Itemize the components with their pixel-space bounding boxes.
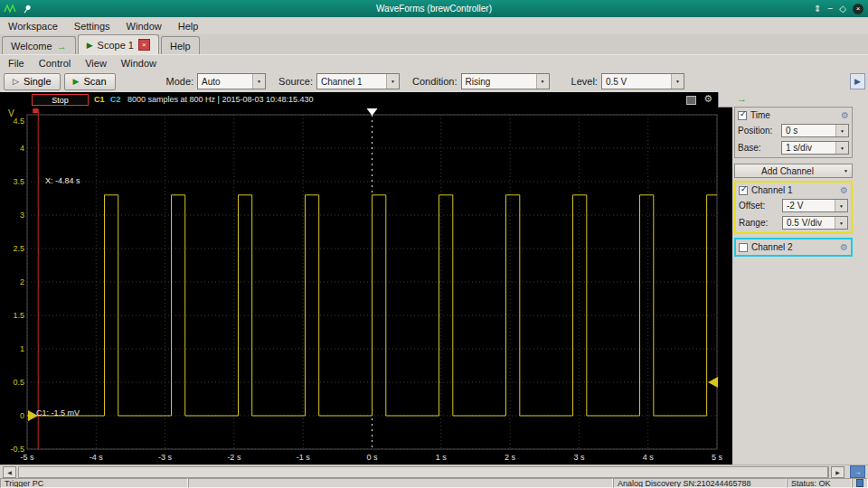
scroll-right-icon[interactable]: ▶ xyxy=(831,466,844,478)
scan-button[interactable]: ▶ Scan xyxy=(64,73,116,90)
channel1-label: Channel 1 xyxy=(751,185,836,195)
chevron-down-icon: ▼ xyxy=(835,125,848,136)
chevron-down-icon: ▼ xyxy=(536,74,549,89)
tab-welcome-label: Welcome xyxy=(11,41,52,52)
trigger-status: Trigger PC xyxy=(0,478,188,488)
statusbar: Trigger PC Analog Discovery SN:210244465… xyxy=(0,478,868,488)
add-channel-button[interactable]: Add Channel ▼ xyxy=(734,164,853,178)
scroll-left-icon[interactable]: ◀ xyxy=(3,466,16,478)
x-tick-label: 1 s xyxy=(428,453,455,462)
base-label: Base: xyxy=(738,143,779,153)
channel1-checkbox[interactable] xyxy=(739,186,748,195)
source-label: Source: xyxy=(278,76,313,87)
channel2-gear-icon[interactable]: ⚙ xyxy=(840,242,848,252)
channel2-label: Channel 2 xyxy=(751,242,836,252)
x-cursor-label: X: -4.84 s xyxy=(45,176,80,185)
horizontal-scrollbar[interactable]: ◀ ▶ → xyxy=(0,465,868,478)
tab-help[interactable]: Help xyxy=(161,36,200,54)
titlebar: WaveForms (brewController) ⇕ − ◇ × xyxy=(0,0,868,17)
panel-arrow-icon[interactable]: → xyxy=(737,93,747,104)
channel1-gear-icon[interactable]: ⚙ xyxy=(840,185,848,195)
menu-workspace[interactable]: Workspace xyxy=(8,21,58,32)
device-icon xyxy=(852,478,868,488)
x-tick-label: 3 s xyxy=(565,453,592,462)
offset-select[interactable]: -2 V ▼ xyxy=(782,199,848,212)
tab-welcome[interactable]: Welcome → xyxy=(2,36,76,54)
maximize-icon[interactable]: ◇ xyxy=(839,4,846,14)
chevron-down-icon: ▼ xyxy=(386,74,399,89)
level-select[interactable]: 0.5 V ▼ xyxy=(601,73,684,89)
scope-plot-canvas[interactable]: 4.543.532.521.510.50-0.5V xyxy=(0,108,732,452)
panel-toggle-button[interactable]: → xyxy=(850,465,865,478)
tab-help-label: Help xyxy=(170,41,191,52)
menu-control[interactable]: Control xyxy=(39,58,71,69)
x-tick-label: 0 s xyxy=(359,453,386,462)
toolbar-overflow-button[interactable]: ▶ xyxy=(850,73,865,89)
scope-menubar: File Control View Window xyxy=(0,54,868,70)
offset-label: Offset: xyxy=(739,201,780,211)
add-channel-label: Add Channel xyxy=(735,166,840,176)
mode-label: Mode: xyxy=(166,76,194,87)
source-select[interactable]: Channel 1 ▼ xyxy=(316,73,400,89)
channel2-checkbox[interactable] xyxy=(739,243,748,252)
time-checkbox[interactable] xyxy=(738,111,747,120)
range-select[interactable]: 0.5 V/div ▼ xyxy=(782,216,848,230)
y-axis-unit: V xyxy=(8,108,14,118)
menu-window[interactable]: Window xyxy=(127,21,162,32)
menu-window-scope[interactable]: Window xyxy=(121,58,156,69)
restore-icon[interactable]: ⇕ xyxy=(814,4,821,14)
window-restore-icon[interactable] xyxy=(686,96,696,105)
time-label: Time xyxy=(750,110,837,120)
tab-scope-1[interactable]: ▶ Scope 1 × xyxy=(78,34,159,54)
close-tab-icon[interactable]: × xyxy=(138,39,150,51)
channel2-group: Channel 2 ⚙ xyxy=(734,238,853,257)
y-tick-label: -0.5 xyxy=(10,445,24,452)
scroll-track[interactable] xyxy=(18,466,829,478)
x-tick-label: -3 s xyxy=(152,453,179,462)
condition-select[interactable]: Rising ▼ xyxy=(461,73,550,89)
time-gear-icon[interactable]: ⚙ xyxy=(841,110,849,120)
app-menubar: Workspace Settings Window Help xyxy=(0,17,868,34)
y-tick-label: 2.5 xyxy=(13,244,24,253)
mode-select[interactable]: Auto ▼ xyxy=(197,73,266,89)
y-tick-label: 2 xyxy=(20,277,24,286)
chevron-down-icon: ▼ xyxy=(835,200,847,211)
y-tick-label: 3.5 xyxy=(13,177,24,186)
y-tick-label: 0 xyxy=(20,411,24,420)
x-tick-label: -5 s xyxy=(14,453,41,462)
stop-button[interactable]: Stop xyxy=(32,94,89,106)
plot-corner-button[interactable] xyxy=(718,92,732,108)
gear-icon[interactable]: ⚙ xyxy=(703,93,712,105)
time-group: Time ⚙ Position: 0 s ▼ Base: 1 s/div ▼ xyxy=(734,107,853,158)
scan-button-label: Scan xyxy=(83,76,106,87)
menu-help[interactable]: Help xyxy=(178,21,199,32)
x-tick-label: 4 s xyxy=(635,453,662,462)
position-select[interactable]: 0 s ▼ xyxy=(781,124,849,137)
base-select[interactable]: 1 s/div ▼ xyxy=(781,141,849,155)
menu-settings[interactable]: Settings xyxy=(74,21,110,32)
menu-file[interactable]: File xyxy=(8,58,24,69)
scroll-thumb[interactable] xyxy=(19,467,828,477)
offset-value: -2 V xyxy=(783,201,835,211)
close-icon[interactable]: × xyxy=(853,4,863,14)
minimize-icon[interactable]: − xyxy=(827,4,833,14)
x-tick-label: -2 s xyxy=(221,453,248,462)
channel1-tag[interactable]: C1 xyxy=(94,95,105,104)
status-ok: Status: OK xyxy=(787,478,852,488)
menu-view[interactable]: View xyxy=(85,58,107,69)
pin-icon[interactable] xyxy=(20,2,33,16)
trigger-level-marker xyxy=(708,377,718,388)
scope-toolbar: ▷ Single ▶ Scan Mode: Auto ▼ Source: Cha… xyxy=(0,70,868,92)
chevron-down-icon: ▼ xyxy=(840,168,852,174)
channel2-tag[interactable]: C2 xyxy=(110,95,121,104)
condition-label: Condition: xyxy=(412,76,458,87)
single-button[interactable]: ▷ Single xyxy=(4,73,61,90)
capture-info: 8000 samples at 800 Hz | 2015-08-03 10:4… xyxy=(127,95,313,104)
range-value: 0.5 V/div xyxy=(783,218,835,228)
tabbar: Welcome → ▶ Scope 1 × Help xyxy=(0,34,868,54)
y-tick-label: 0.5 xyxy=(13,378,24,387)
range-label: Range: xyxy=(739,218,780,228)
single-button-label: Single xyxy=(24,76,52,87)
y-tick-label: 1.5 xyxy=(13,311,24,320)
scan-icon: ▶ xyxy=(73,77,80,86)
